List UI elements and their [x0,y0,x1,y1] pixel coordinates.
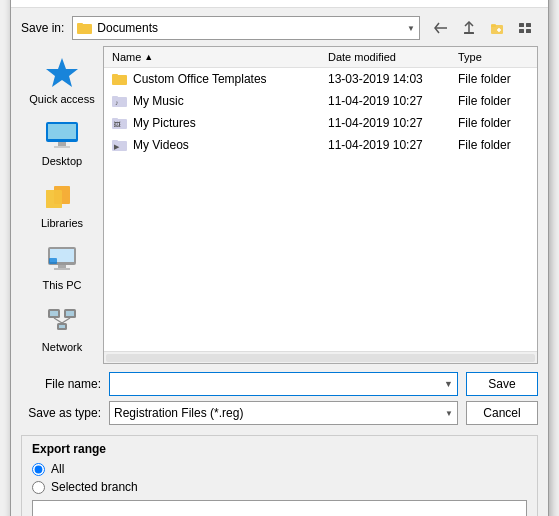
table-row[interactable]: Custom Office Templates 13-03-2019 14:03… [104,68,537,90]
cell-type-2: File folder [454,116,537,130]
file-name-label: File name: [21,377,101,391]
svg-rect-26 [58,265,66,268]
sidebar-item-libraries-label: Libraries [41,217,83,229]
svg-rect-18 [48,124,76,139]
file-name-input-wrapper[interactable]: ▼ [109,372,458,396]
col-header-type[interactable]: Type [454,49,537,65]
folder-icon-0 [112,72,128,86]
network-icon-area [42,303,82,339]
export-range-title: Export range [32,442,527,456]
svg-rect-30 [50,311,58,316]
minimize-button[interactable]: − [476,0,496,1]
all-radio-row: All [32,462,527,476]
this-pc-icon-area [42,241,82,277]
file-name-row: File name: ▼ Save [21,372,538,396]
svg-marker-16 [46,58,78,87]
svg-rect-27 [54,268,70,270]
this-pc-icon [44,244,80,274]
branch-input[interactable] [32,500,527,516]
title-bar-controls: − □ ✕ [476,0,540,1]
sidebar-item-libraries[interactable]: Libraries [24,174,100,234]
selected-branch-label[interactable]: Selected branch [51,480,138,494]
file-name-dropdown-arrow[interactable]: ▼ [444,379,453,389]
svg-rect-7 [464,32,474,34]
dialog-body: Save in: Documents ▼ [11,8,548,516]
save-as-type-arrow: ▼ [445,409,453,418]
desktop-icon [44,120,80,150]
svg-line-36 [62,318,70,323]
cell-date-1: 11-04-2019 10:27 [324,94,454,108]
cell-name-1: ♪ My Music [104,94,324,108]
cell-name-0: Custom Office Templates [104,72,324,86]
up-icon [462,21,476,35]
svg-rect-9 [491,24,496,27]
save-in-combo[interactable]: Documents ▼ [72,16,420,40]
back-button[interactable] [428,16,454,40]
folder-icon-3: ▶ [112,138,128,152]
file-name-input[interactable] [114,377,442,391]
svg-rect-5 [77,23,83,27]
cell-date-0: 13-03-2019 14:03 [324,72,454,86]
all-radio-label[interactable]: All [51,462,64,476]
svg-rect-13 [526,23,531,27]
svg-rect-19 [58,142,66,146]
svg-rect-20 [54,146,70,148]
views-button[interactable] [512,16,538,40]
col-header-date[interactable]: Date modified [324,49,454,65]
file-list: Custom Office Templates 13-03-2019 14:03… [104,68,537,351]
file-list-container: Name ▲ Date modified Type [103,46,538,364]
libraries-icon-area [42,179,82,215]
svg-rect-28 [49,258,57,264]
bottom-form: File name: ▼ Save Save as type: Registra… [21,372,538,425]
sidebar-item-network-label: Network [42,341,82,353]
save-in-row: Save in: Documents ▼ [21,16,538,40]
save-as-type-row: Save as type: Registration Files (*.reg)… [21,401,538,425]
sidebar-item-this-pc-label: This PC [42,279,81,291]
all-radio[interactable] [32,463,45,476]
horizontal-scrollbar[interactable] [104,351,537,363]
maximize-button[interactable]: □ [498,0,518,1]
sidebar-item-this-pc[interactable]: This PC [24,236,100,296]
title-bar: Export Registry File − □ ✕ [11,0,548,8]
table-row[interactable]: ▶ My Videos 11-04-2019 10:27 File folder [104,134,537,156]
svg-text:♪: ♪ [115,99,119,106]
main-area: Quick access Desktop [21,46,538,364]
sidebar-item-quick-access[interactable]: Quick access [24,50,100,110]
svg-line-35 [54,318,62,323]
svg-rect-32 [66,311,74,316]
sidebar-item-network[interactable]: Network [24,298,100,358]
col-header-name[interactable]: Name ▲ [104,49,324,65]
libraries-icon [44,182,80,212]
new-folder-icon [490,21,504,35]
folder-combo-icon [77,21,93,35]
cell-type-0: File folder [454,72,537,86]
save-in-label: Save in: [21,21,64,35]
sort-arrow: ▲ [144,52,153,62]
svg-rect-15 [526,29,531,33]
export-registry-dialog: Export Registry File − □ ✕ Save in: Docu… [10,0,549,516]
hscroll-track [106,354,535,362]
folder-icon-2: 🖼 [112,116,128,130]
table-row[interactable]: 🖼 My Pictures 11-04-2019 10:27 File fold… [104,112,537,134]
cell-date-2: 11-04-2019 10:27 [324,116,454,130]
save-in-value: Documents [97,21,403,35]
svg-rect-23 [46,190,62,208]
save-as-type-combo[interactable]: Registration Files (*.reg) ▼ [109,401,458,425]
up-button[interactable] [456,16,482,40]
cell-type-3: File folder [454,138,537,152]
selected-branch-radio[interactable] [32,481,45,494]
save-button[interactable]: Save [466,372,538,396]
cell-name-2: 🖼 My Pictures [104,116,324,130]
save-as-type-value: Registration Files (*.reg) [114,406,445,420]
quick-access-icon [44,56,80,90]
save-as-type-label: Save as type: [21,406,101,420]
close-button[interactable]: ✕ [520,0,540,1]
svg-rect-14 [519,29,524,33]
sidebar-item-desktop[interactable]: Desktop [24,112,100,172]
svg-text:🖼: 🖼 [114,121,121,128]
sidebar: Quick access Desktop [21,46,103,364]
new-folder-button[interactable] [484,16,510,40]
table-row[interactable]: ♪ My Music 11-04-2019 10:27 File folder [104,90,537,112]
cancel-button[interactable]: Cancel [466,401,538,425]
save-in-arrow: ▼ [407,24,415,33]
